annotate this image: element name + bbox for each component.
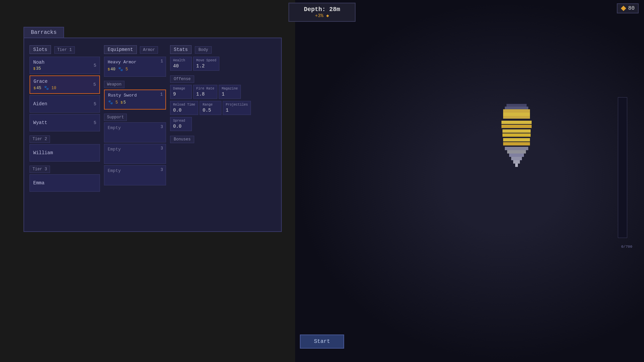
spread-stats: Spread 0.0 [170, 117, 276, 131]
reload-label: Reload Time [173, 103, 195, 107]
reload-box: Reload Time 0.0 [170, 101, 198, 115]
slots-header: Slots [30, 45, 51, 54]
svg-rect-12 [507, 150, 526, 154]
projectiles-value: 1 [226, 108, 248, 113]
svg-rect-14 [511, 157, 522, 160]
svg-rect-15 [513, 160, 520, 164]
fire-rate-value: 1.8 [196, 92, 214, 97]
svg-rect-3 [503, 113, 530, 116]
noah-cost: $ 35 [33, 66, 41, 71]
grace-name: Grace [34, 79, 56, 84]
reload-value: 0.0 [173, 108, 195, 113]
spread-label: Spread [173, 119, 189, 123]
projectiles-box: Projectiles 1 [223, 101, 251, 115]
offense-stats: Damage 9 Fire Rate 1.8 Magazine 1 [170, 85, 276, 99]
svg-rect-8 [502, 133, 531, 137]
support-1-name: Empty [108, 125, 162, 130]
equipment-panel: Equipment Armor 1 Heavy Armor $ 40 🐾 5 W… [104, 44, 166, 226]
fire-rate-label: Fire Rate [196, 87, 214, 90]
tier1-label: Tier 1 [54, 46, 75, 54]
svg-rect-7 [502, 129, 531, 133]
noah-name: Noah [33, 60, 45, 65]
noah-tier: 5 [94, 63, 96, 68]
range-label: Range [203, 103, 218, 107]
damage-label: Damage [173, 87, 189, 90]
soldier-grace[interactable]: Grace $ 45 🐾 10 5 [30, 75, 100, 94]
health-value: 40 [173, 63, 189, 69]
stats-header: Stats [170, 45, 192, 54]
emma-name: Emma [33, 180, 45, 186]
armor-label: Armor [140, 46, 158, 54]
svg-rect-6 [501, 125, 532, 128]
stats-panel: Stats Body Health 40 Move Speed 1.2 Offe… [170, 44, 276, 226]
health-label: Health [173, 59, 189, 62]
armor-heavy[interactable]: 1 Heavy Armor $ 40 🐾 5 [104, 57, 166, 77]
wyatt-tier: 5 [94, 120, 96, 125]
support-2-name: Empty [108, 147, 162, 152]
weapon-cost: $ 5 [120, 100, 126, 105]
armor-num: 1 [161, 59, 163, 64]
grace-stars: 🐾 10 [44, 85, 56, 90]
offense-stats-2: Reload Time 0.0 Range 0.5 Projectiles 1 [170, 101, 276, 115]
aiden-tier: 5 [94, 102, 96, 107]
weapon-stars: 🐾 5 [108, 100, 118, 105]
damage-box: Damage 9 [170, 85, 192, 99]
cave-overlay [295, 0, 644, 362]
move-speed-box: Move Speed 1.2 [193, 57, 219, 71]
projectiles-label: Projectiles [226, 103, 248, 107]
armor-name: Heavy Armor [108, 60, 162, 65]
magazine-value: 1 [222, 92, 238, 97]
weapon-rusty-sword[interactable]: 1 Rusty Sword 🐾 5 $ 5 [104, 89, 166, 110]
support-3-name: Empty [108, 168, 162, 173]
currency-icon [621, 6, 626, 11]
support-slot-2[interactable]: 3 Empty [104, 144, 166, 164]
wyatt-name: Wyatt [33, 120, 47, 125]
range-box: Range 0.5 [200, 101, 221, 115]
svg-rect-16 [515, 164, 518, 167]
svg-rect-5 [501, 121, 532, 124]
progress-bar-container [618, 97, 627, 238]
spread-value: 0.0 [173, 124, 189, 129]
magazine-box: Magazine 1 [219, 85, 241, 99]
grace-tier: 5 [93, 82, 96, 87]
start-button[interactable]: Start [300, 335, 344, 349]
support-3-num: 3 [161, 168, 163, 172]
support-slot-1[interactable]: 3 Empty [104, 122, 166, 142]
currency-amount: 80 [628, 5, 635, 11]
svg-rect-9 [503, 138, 530, 141]
soldier-william[interactable]: William [30, 144, 100, 162]
pixel-character [483, 94, 550, 196]
spread-box: Spread 0.0 [170, 117, 192, 131]
soldier-aiden[interactable]: Aiden 5 [30, 95, 100, 113]
aiden-name: Aiden [33, 101, 47, 107]
fire-rate-box: Fire Rate 1.8 [193, 85, 217, 99]
barracks-title: Barracks [23, 27, 64, 38]
offense-label: Offense [170, 75, 194, 83]
tier3-label: Tier 3 [30, 166, 50, 173]
soldier-emma[interactable]: Emma [30, 174, 100, 192]
slots-panel: Slots Tier 1 Noah $ 35 5 Grace $ 45 [30, 44, 100, 226]
support-1-num: 3 [161, 125, 163, 129]
weapon-name: Rusty Sword [108, 93, 162, 98]
body-label: Body [195, 46, 212, 54]
soldier-wyatt[interactable]: Wyatt 5 [30, 114, 100, 131]
damage-value: 9 [173, 92, 189, 97]
health-box: Health 40 [170, 57, 192, 71]
soldier-noah[interactable]: Noah $ 35 5 [30, 57, 100, 74]
william-name: William [33, 150, 53, 156]
move-speed-value: 1.2 [196, 63, 216, 69]
support-slot-3[interactable]: 3 Empty [104, 165, 166, 185]
weapon-num: 1 [160, 92, 163, 97]
body-stats: Health 40 Move Speed 1.2 [170, 57, 276, 71]
svg-rect-10 [503, 142, 530, 145]
depth-bonus: +3% ◆ [297, 13, 347, 18]
weapon-label: Weapon [104, 81, 124, 88]
depth-label: Depth: 28m [297, 6, 347, 13]
range-value: 0.5 [203, 108, 218, 113]
svg-rect-4 [503, 116, 530, 119]
barracks-body: Slots Tier 1 Noah $ 35 5 Grace $ 45 [23, 38, 282, 232]
grace-cost: $ 45 [34, 86, 41, 90]
bonuses-label: Bonuses [170, 136, 194, 143]
magazine-label: Magazine [222, 87, 238, 90]
armor-cost: $ 40 [108, 67, 115, 72]
